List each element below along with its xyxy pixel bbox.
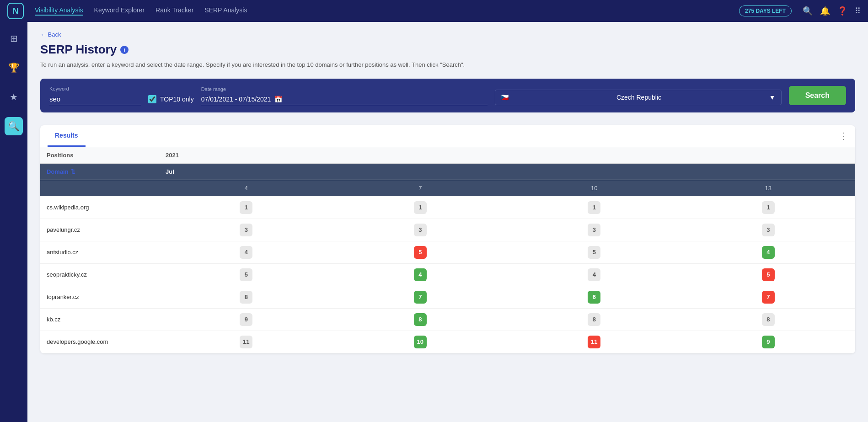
nav-rank-tracker[interactable]: Rank Tracker	[155, 6, 193, 16]
nav-serp-analysis[interactable]: SERP Analysis	[204, 6, 247, 16]
rank-badge: 3	[414, 224, 427, 236]
rank-cell: 4	[333, 263, 508, 286]
rank-cell: 6	[507, 286, 681, 308]
date-col-7: 7	[333, 180, 508, 196]
top10-checkbox-group: TOP10 only	[148, 95, 194, 105]
rank-cell: 1	[159, 196, 333, 219]
rank-cell: 1	[681, 196, 856, 219]
search-button[interactable]: Search	[789, 86, 846, 105]
empty-domain-date-cell	[40, 180, 159, 196]
domain-sort-header[interactable]: Domain ⇅	[47, 168, 153, 175]
logo[interactable]: N	[7, 3, 24, 19]
rank-badge: 10	[414, 336, 427, 348]
rank-cell: 11	[507, 331, 681, 353]
top10-checkbox[interactable]	[148, 95, 156, 103]
country-field: 🇨🇿 Czech Republic ▼	[495, 90, 781, 105]
keyword-input[interactable]	[49, 93, 141, 105]
rank-cell: 10	[333, 331, 508, 353]
country-flag: 🇨🇿	[501, 94, 509, 101]
rank-badge: 5	[762, 268, 775, 281]
grid-icon[interactable]: ⠿	[855, 6, 861, 16]
sidebar-search-tool-icon[interactable]: 🔍	[5, 117, 23, 135]
domain-cell: antstudio.cz	[40, 241, 159, 263]
rank-badge: 8	[414, 313, 427, 326]
domain-cell: kb.cz	[40, 308, 159, 331]
rank-badge: 4	[762, 246, 775, 259]
year-header: 2021	[159, 147, 855, 164]
date-range-input[interactable]: 07/01/2021 - 07/15/2021 📅	[201, 94, 488, 105]
country-select[interactable]: 🇨🇿 Czech Republic ▼	[495, 90, 781, 105]
rank-badge: 9	[240, 313, 252, 326]
rank-badge: 4	[414, 268, 427, 281]
domain-cell: cs.wikipedia.org	[40, 196, 159, 219]
keyword-label: Keyword	[49, 86, 141, 91]
domain-cell: pavelungr.cz	[40, 219, 159, 241]
rank-badge: 4	[588, 268, 600, 281]
month-label: Jul	[159, 163, 855, 180]
domain-col-header-cell: Domain ⇅	[40, 163, 159, 180]
nav-visibility-analysis[interactable]: Visibility Analysis	[35, 6, 83, 16]
rank-cell: 3	[333, 219, 508, 241]
rank-badge: 3	[240, 224, 252, 236]
rank-badge: 1	[588, 201, 600, 214]
sidebar-trophy-icon[interactable]: 🏆	[5, 59, 23, 77]
date-col-13: 13	[681, 180, 856, 196]
rank-badge: 5	[588, 246, 600, 259]
sidebar-dashboard-icon[interactable]: ⊞	[5, 29, 23, 48]
rank-cell: 7	[681, 286, 856, 308]
table-row: kb.cz9888	[40, 308, 855, 331]
rank-badge: 8	[588, 313, 600, 326]
page-description: To run an analysis, enter a keyword and …	[40, 60, 855, 69]
tab-menu-icon[interactable]: ⋮	[839, 130, 848, 141]
rank-cell: 4	[507, 263, 681, 286]
rank-cell: 8	[681, 308, 856, 331]
rank-cell: 3	[507, 219, 681, 241]
positions-header: Positions	[40, 147, 159, 164]
rank-cell: 3	[681, 219, 856, 241]
rank-cell: 8	[159, 286, 333, 308]
rank-cell: 9	[159, 308, 333, 331]
calendar-icon: 📅	[274, 96, 282, 103]
keyword-field: Keyword	[49, 86, 141, 105]
rank-badge: 1	[762, 201, 775, 214]
bell-icon[interactable]: 🔔	[820, 6, 830, 16]
country-name: Czech Republic	[616, 94, 661, 101]
info-icon[interactable]: i	[120, 46, 129, 54]
page-title: SERP History	[40, 43, 117, 57]
table-row: antstudio.cz4554	[40, 241, 855, 263]
sidebar-star-icon[interactable]: ★	[5, 88, 23, 106]
nav-keyword-explorer[interactable]: Keyword Explorer	[94, 6, 145, 16]
rank-cell: 8	[507, 308, 681, 331]
rank-cell: 7	[333, 286, 508, 308]
rank-cell: 5	[681, 263, 856, 286]
chevron-down-icon: ▼	[769, 94, 776, 101]
date-col-10: 10	[507, 180, 681, 196]
date-range-label: Date range	[201, 86, 488, 92]
rank-cell: 4	[681, 241, 856, 263]
domain-cell: topranker.cz	[40, 286, 159, 308]
top-navigation: N Visibility Analysis Keyword Explorer R…	[0, 0, 868, 22]
sidebar: ⊞ 🏆 ★ 🔍	[0, 22, 27, 422]
back-link[interactable]: ← Back	[40, 31, 855, 38]
rank-badge: 11	[588, 336, 600, 348]
results-table: Positions 2021 Domain ⇅ Jul	[40, 147, 855, 353]
table-row: topranker.cz8767	[40, 286, 855, 308]
rank-cell: 8	[333, 308, 508, 331]
rank-badge: 3	[588, 224, 600, 236]
rank-badge: 1	[240, 201, 252, 214]
rank-cell: 5	[159, 263, 333, 286]
table-row: cs.wikipedia.org1111	[40, 196, 855, 219]
rank-badge: 11	[240, 336, 252, 348]
table-row: seoprakticky.cz5445	[40, 263, 855, 286]
rank-badge: 4	[240, 246, 252, 259]
rank-cell: 9	[681, 331, 856, 353]
tab-results[interactable]: Results	[48, 125, 86, 147]
results-tabs: Results ⋮	[40, 125, 855, 147]
search-icon[interactable]: 🔍	[803, 6, 813, 16]
help-icon[interactable]: ❓	[837, 6, 847, 16]
table-row: pavelungr.cz3333	[40, 219, 855, 241]
rank-badge: 5	[240, 268, 252, 281]
sort-icon: ⇅	[70, 168, 75, 175]
rank-cell: 3	[159, 219, 333, 241]
rank-cell: 1	[507, 196, 681, 219]
